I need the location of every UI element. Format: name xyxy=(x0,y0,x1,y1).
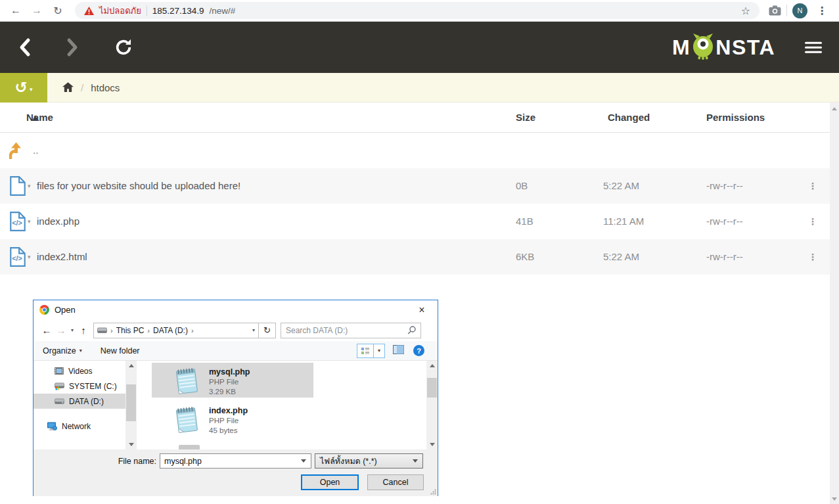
file-item-index[interactable]: index.php PHP File 45 bytes xyxy=(152,401,313,436)
url-bar[interactable]: ไม่ปลอดภัย 185.27.134.9 /new/# ☆ xyxy=(75,2,760,19)
menu-hamburger-button[interactable] xyxy=(805,39,822,56)
page-scrollbar[interactable] xyxy=(830,103,839,504)
screen: ← → ↻ ไม่ปลอดภัย 185.27.134.9 /new/# ☆ N… xyxy=(0,0,839,504)
history-dropdown-button[interactable]: ↺ ▾ xyxy=(0,73,47,103)
code-file-icon: </> xyxy=(9,212,26,231)
help-button[interactable]: ? xyxy=(413,345,424,356)
row-menu-button[interactable]: ⋮ xyxy=(804,239,821,275)
combo-caret-icon[interactable] xyxy=(301,459,306,463)
sidebar-item-system-c[interactable]: SYSTEM (C:) xyxy=(34,378,125,394)
nav-forward-button[interactable]: → xyxy=(54,325,68,336)
file-name-combobox[interactable] xyxy=(160,453,311,469)
file-permissions: -rw-r--r-- xyxy=(706,168,743,204)
row-menu-button[interactable]: ⋮ xyxy=(804,168,821,204)
scroll-down-icon[interactable] xyxy=(832,497,837,501)
search-icon xyxy=(407,326,416,334)
scroll-down-icon[interactable] xyxy=(129,443,134,446)
crumb-data-drive[interactable]: DATA (D:) xyxy=(153,326,188,335)
nav-up-button[interactable]: ↑ xyxy=(76,325,91,336)
file-item-name: mysql.php xyxy=(209,367,250,377)
preview-pane-icon xyxy=(393,345,404,354)
bookmark-star-icon[interactable]: ☆ xyxy=(741,5,750,17)
resize-grip[interactable] xyxy=(430,489,436,495)
column-changed[interactable]: Changed xyxy=(608,103,650,133)
crumb-separator: › xyxy=(110,327,113,334)
column-size[interactable]: Size xyxy=(516,103,535,133)
logo-text-m: M xyxy=(672,35,691,60)
scrollbar-thumb[interactable] xyxy=(126,384,136,421)
scrollbar-thumb[interactable] xyxy=(427,378,437,398)
crumb-separator: › xyxy=(147,327,150,334)
file-name-input[interactable] xyxy=(164,457,298,466)
history-icon: ↺ xyxy=(15,80,28,95)
partial-file-icon xyxy=(179,445,200,449)
breadcrumb-folder[interactable]: htdocs xyxy=(91,82,120,93)
file-list-scrollbar[interactable] xyxy=(426,361,438,449)
scroll-up-icon[interactable] xyxy=(430,364,435,367)
sort-asc-icon: ▲ xyxy=(30,103,40,133)
browser-menu-icon[interactable]: ⋮ xyxy=(813,5,831,17)
dialog-close-button[interactable]: × xyxy=(412,304,432,316)
file-item-mysql[interactable]: mysql.php PHP File 3.29 KB xyxy=(152,363,313,398)
system-drive-icon xyxy=(55,382,64,390)
address-refresh-button[interactable]: ↻ xyxy=(259,323,276,338)
address-bar[interactable]: › This PC › DATA (D:) › ▾ xyxy=(93,323,259,338)
new-folder-button[interactable]: New folder xyxy=(101,346,140,355)
scroll-up-icon[interactable] xyxy=(832,107,837,110)
file-type-combobox[interactable]: ไฟล์ทั้งหมด (*.*) xyxy=(315,453,423,469)
monsta-logo: M NSTA xyxy=(672,32,775,62)
monster-icon xyxy=(691,32,715,60)
home-crumb[interactable] xyxy=(62,82,74,93)
dialog-nav-bar: ← → ▾ ↑ › This PC › DATA (D:) › ▾ ↻ xyxy=(34,319,438,341)
browser-back-icon[interactable]: ← xyxy=(8,5,24,16)
dialog-titlebar[interactable]: Open × xyxy=(34,300,438,319)
nav-history-caret-icon[interactable]: ▾ xyxy=(68,327,76,333)
file-item-type: PHP File xyxy=(209,377,250,387)
crumb-this-pc[interactable]: This PC xyxy=(116,326,145,335)
address-caret-icon[interactable]: ▾ xyxy=(252,327,255,333)
parent-dir-row[interactable]: .. xyxy=(0,133,839,168)
url-path: /new/# xyxy=(210,6,236,16)
file-name: files for your website should be uploade… xyxy=(37,168,240,204)
security-warning-icon xyxy=(84,7,94,15)
parent-dir-label: .. xyxy=(33,133,38,168)
dialog-body: Videos SYSTEM (C:) DATA (D:) xyxy=(34,361,438,449)
table-row[interactable]: </> ▾ index2.html 6KB 5:22 AM -rw-r--r--… xyxy=(0,239,839,275)
sidebar-item-videos[interactable]: Videos xyxy=(34,363,125,378)
column-permissions[interactable]: Permissions xyxy=(706,103,765,133)
organize-button[interactable]: Organize ▾ xyxy=(43,346,82,355)
sidebar-item-label: Videos xyxy=(68,367,92,376)
row-menu-button[interactable]: ⋮ xyxy=(804,204,821,239)
file-name-label: File name: xyxy=(99,457,156,466)
browser-forward-icon[interactable]: → xyxy=(29,5,45,16)
preview-pane-button[interactable] xyxy=(393,345,404,356)
dialog-title: Open xyxy=(55,305,76,315)
drive-icon xyxy=(97,327,107,334)
row-caret-icon[interactable]: ▾ xyxy=(28,254,31,260)
app-refresh-button[interactable] xyxy=(114,37,133,57)
app-forward-button[interactable] xyxy=(66,37,79,57)
app-back-button[interactable] xyxy=(18,37,32,57)
table-row[interactable]: ▾ files for your website should be uploa… xyxy=(0,168,839,204)
sidebar-scrollbar[interactable] xyxy=(125,361,137,449)
row-caret-icon[interactable]: ▾ xyxy=(28,183,31,189)
views-button[interactable] xyxy=(357,344,374,358)
views-caret-button[interactable]: ▾ xyxy=(374,344,385,358)
open-button[interactable]: Open xyxy=(301,474,359,490)
scroll-down-icon[interactable] xyxy=(430,443,435,446)
sidebar-item-data-d[interactable]: DATA (D:) xyxy=(34,394,125,409)
profile-avatar[interactable]: N xyxy=(792,3,807,18)
dialog-toolbar: Organize ▾ New folder ▾ xyxy=(34,341,438,361)
cancel-button[interactable]: Cancel xyxy=(367,474,424,490)
file-size: 0B xyxy=(516,168,528,204)
camera-extension-icon[interactable] xyxy=(769,5,781,16)
file-table-header: Name▲ Size Changed Permissions xyxy=(0,103,839,133)
browser-reload-icon[interactable]: ↻ xyxy=(50,5,66,17)
search-box[interactable] xyxy=(281,323,421,338)
search-input[interactable] xyxy=(286,326,407,335)
nav-back-button[interactable]: ← xyxy=(39,325,54,336)
scroll-up-icon[interactable] xyxy=(129,364,134,367)
row-caret-icon[interactable]: ▾ xyxy=(28,218,31,225)
table-row[interactable]: </> ▾ index.php 41B 11:21 AM -rw-r--r-- … xyxy=(0,204,839,239)
sidebar-item-network[interactable]: Network xyxy=(34,419,125,434)
